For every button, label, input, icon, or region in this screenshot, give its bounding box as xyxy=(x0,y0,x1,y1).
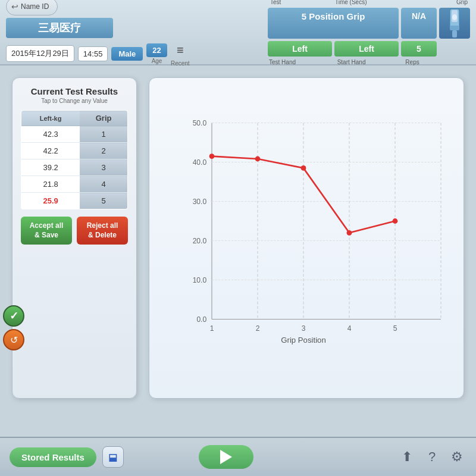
recent-label: Recent xyxy=(171,60,190,67)
action-row: Accept all& Save Reject all& Delete xyxy=(21,217,128,245)
data-point-4 xyxy=(347,230,352,236)
svg-text:50.0: 50.0 xyxy=(193,119,207,127)
stored-results-button[interactable]: Stored Results xyxy=(10,447,96,467)
value-cell: 39.2 xyxy=(21,159,80,176)
col-header-left-kg: Left-kg xyxy=(21,111,80,126)
bluetooth-icon: ⬓ xyxy=(108,452,117,463)
data-point-5 xyxy=(393,218,398,224)
svg-text:40.0: 40.0 xyxy=(193,158,207,167)
recent-col: ≡ Recent xyxy=(171,40,190,67)
circle-buttons: ✓ ↺ xyxy=(3,305,24,350)
value-cell: 42.2 xyxy=(21,143,80,159)
svg-point-4 xyxy=(452,14,457,20)
value-cell: 42.3 xyxy=(21,126,80,143)
svg-text:Grip Position: Grip Position xyxy=(281,336,326,345)
reps-box: 5 xyxy=(401,41,437,57)
upload-button[interactable]: ⬆ xyxy=(397,447,416,466)
bluetooth-button[interactable]: ⬓ xyxy=(102,446,124,468)
patient-name-bar: 三易医疗 xyxy=(6,18,113,38)
refresh-circle-button[interactable]: ↺ xyxy=(3,329,24,350)
patient-details: 2015年12月29日 14:55 Male 22 Age ≡ Recent xyxy=(6,40,190,67)
recent-button[interactable]: ≡ xyxy=(171,40,190,60)
reject-all-button[interactable]: Reject all& Delete xyxy=(77,217,128,245)
test-info-row: 5 Position Grip N/A xyxy=(268,8,470,39)
patient-date: 2015年12月29日 xyxy=(6,45,74,62)
main-content: Current Test Results Tap to Change any V… xyxy=(0,65,476,411)
table-row[interactable]: 21.84 xyxy=(21,176,128,193)
grip-device-icon xyxy=(443,8,466,39)
grip-image-box xyxy=(439,8,470,39)
test-panel-top-labels: Test Time (Secs) Grip xyxy=(268,0,470,5)
accept-all-button[interactable]: Accept all& Save xyxy=(21,217,72,245)
col-header-grip: Grip xyxy=(80,111,127,126)
grip-cell: 1 xyxy=(80,126,127,143)
results-card-subtitle: Tap to Change any Value xyxy=(21,98,128,104)
back-arrow-icon: ↩ xyxy=(11,2,18,11)
grip-cell: 4 xyxy=(80,176,127,193)
upload-icon: ⬆ xyxy=(402,449,412,465)
help-button[interactable]: ? xyxy=(422,447,441,466)
grip-chart: Pressure 50.0 40.0 30.0 20.0 10.0 0.0 xyxy=(179,87,454,374)
table-row[interactable]: 39.23 xyxy=(21,159,128,176)
svg-text:30.0: 30.0 xyxy=(193,198,207,206)
reps-label: Reps xyxy=(404,59,470,65)
grip-cell: 5 xyxy=(80,193,127,209)
test-name-box: 5 Position Grip xyxy=(268,8,399,39)
svg-text:0.0: 0.0 xyxy=(196,315,206,324)
bottom-bar: Stored Results ⬓ ⬆ ? ⚙ xyxy=(0,437,476,476)
start-hand-label: Start Hand xyxy=(336,59,402,65)
bottom-labels: Test Hand Start Hand Reps xyxy=(268,59,470,65)
svg-text:10.0: 10.0 xyxy=(193,276,207,284)
test-time-box: N/A xyxy=(401,8,437,39)
data-point-2 xyxy=(255,156,261,162)
grip-cell: 3 xyxy=(80,159,127,176)
table-row[interactable]: 25.95 xyxy=(21,193,128,209)
bottom-right-icons: ⬆ ? ⚙ xyxy=(397,447,466,466)
table-row[interactable]: 42.31 xyxy=(21,126,128,143)
svg-text:3: 3 xyxy=(302,324,306,333)
start-hand-box: Left xyxy=(334,41,399,57)
name-id-button[interactable]: ↩ Name ID xyxy=(6,0,58,15)
value-cell: 21.8 xyxy=(21,176,80,193)
test-label: Test xyxy=(270,0,281,5)
help-icon: ? xyxy=(428,449,436,465)
data-point-1 xyxy=(209,154,215,159)
age-label: Age xyxy=(152,58,162,64)
svg-text:4: 4 xyxy=(347,324,352,333)
patient-time: 14:55 xyxy=(78,46,108,61)
svg-rect-3 xyxy=(452,30,457,37)
svg-text:20.0: 20.0 xyxy=(193,237,207,245)
time-label: Time (Secs) xyxy=(335,0,367,5)
grip-label: Grip xyxy=(456,0,468,5)
test-panel: Test Time (Secs) Grip 5 Position Grip N/… xyxy=(268,0,470,65)
svg-text:1: 1 xyxy=(210,324,214,333)
gender-button[interactable]: Male xyxy=(111,47,143,61)
value-cell: 25.9 xyxy=(21,193,80,209)
play-icon xyxy=(220,450,232,464)
results-card: Current Test Results Tap to Change any V… xyxy=(12,77,137,399)
name-id-label: Name ID xyxy=(21,2,49,11)
grip-cell: 2 xyxy=(80,143,127,159)
results-table: Left-kg Grip 42.3142.2239.2321.8425.95 xyxy=(21,110,128,209)
svg-rect-2 xyxy=(450,26,459,30)
test-hand-label: Test Hand xyxy=(268,59,334,65)
svg-text:5: 5 xyxy=(393,324,397,333)
results-card-title: Current Test Results xyxy=(21,86,128,96)
data-point-3 xyxy=(301,165,306,171)
test-panel-bottom: Left Left 5 xyxy=(268,41,470,57)
settings-button[interactable]: ⚙ xyxy=(447,447,466,466)
top-bar: ↩ Name ID 三易医疗 2015年12月29日 14:55 Male 22… xyxy=(0,0,476,65)
settings-icon: ⚙ xyxy=(451,449,463,465)
svg-text:2: 2 xyxy=(256,324,260,333)
test-hand-box: Left xyxy=(268,41,332,57)
age-button[interactable]: 22 xyxy=(146,43,167,57)
table-row[interactable]: 42.22 xyxy=(21,143,128,159)
chart-area: Pressure 50.0 40.0 30.0 20.0 10.0 0.0 xyxy=(149,77,464,399)
accept-circle-button[interactable]: ✓ xyxy=(3,305,24,327)
play-button[interactable] xyxy=(199,445,253,469)
patient-name: 三易医疗 xyxy=(38,22,81,34)
age-col: 22 Age xyxy=(146,43,167,64)
